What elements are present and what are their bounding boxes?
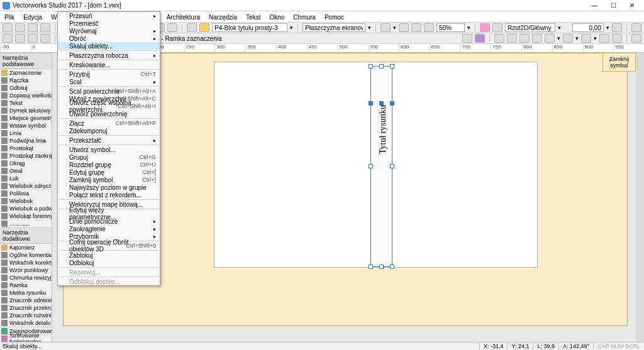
menu-item[interactable]: Utwórz część wspólną powierzchniCtrl+Shi… xyxy=(58,102,160,110)
close-symbol-badge[interactable]: Zamknij symbol xyxy=(602,53,636,72)
menu-item[interactable]: Rozdziel grupęCtrl+U xyxy=(58,161,160,168)
tool-item[interactable]: Wielobok o podwójnym xyxy=(0,205,52,212)
tool-btn[interactable] xyxy=(40,23,50,32)
menu-item[interactable]: Zamknij symbolCtrl+] xyxy=(58,176,160,183)
tool-item[interactable]: Wskaźnik detalu xyxy=(0,319,52,327)
tool-item[interactable]: Zaznaczenie xyxy=(0,69,52,77)
tool-btn[interactable] xyxy=(167,23,177,32)
tool-item[interactable]: Znacznik przekroju/widoku xyxy=(0,304,52,312)
tool-btn[interactable] xyxy=(507,34,517,43)
right-scroll-area[interactable] xyxy=(636,53,644,342)
tool-item[interactable]: Znacznik rozwinięcia ściany xyxy=(0,312,52,319)
minimize-button[interactable]: — xyxy=(585,1,604,11)
menu-plik[interactable]: Plik xyxy=(0,11,19,23)
menu-item[interactable]: Zablokuj xyxy=(58,251,160,259)
title-block-text[interactable]: Tytuł rysunku xyxy=(378,105,388,154)
tool-item[interactable]: Wielokąt foremny xyxy=(0,212,52,220)
menu-item[interactable]: Odblokuj xyxy=(58,259,160,266)
tool-item[interactable]: Linia xyxy=(0,129,52,137)
tool-btn[interactable] xyxy=(28,23,38,32)
angle-input[interactable] xyxy=(572,23,604,32)
tool-btn[interactable] xyxy=(3,23,13,32)
menu-architektura[interactable]: Architektura xyxy=(162,11,204,23)
menu-item[interactable]: PrzytnijCtrl+T xyxy=(58,70,160,78)
tool-item[interactable]: ............. xyxy=(0,220,52,227)
zoom-combo[interactable] xyxy=(436,23,465,32)
tool-btn[interactable] xyxy=(612,34,622,43)
tool-item[interactable]: Prostokąt zaokrąglony xyxy=(0,152,52,160)
menu-item[interactable]: Linie pomocnicze▸ xyxy=(58,217,160,225)
tool-btn[interactable] xyxy=(399,23,409,32)
tool-btn[interactable] xyxy=(15,23,25,32)
menu-item[interactable]: Cofnij operację Obrót obiektów 3DCtrl+Sh… xyxy=(58,242,160,249)
tool-item[interactable]: Ogólne komentarze xyxy=(0,251,52,259)
tool-btn[interactable] xyxy=(492,23,502,32)
menu-item[interactable]: Przemieść xyxy=(58,19,160,27)
menu-item[interactable]: ZłączCtrl+Shift+Alt+P xyxy=(58,119,160,127)
menu-item[interactable]: Utwórz powierzchnię xyxy=(58,110,160,118)
tool-btn[interactable] xyxy=(40,34,50,43)
menu-item[interactable]: Obróć▸ xyxy=(58,35,160,42)
tool-item[interactable]: Okrąg xyxy=(0,160,52,167)
document-combo[interactable] xyxy=(212,23,287,32)
tool-item[interactable]: Owal xyxy=(0,167,52,175)
view-name-combo[interactable] xyxy=(505,23,555,32)
menu-item[interactable]: GrupujCtrl+G xyxy=(58,153,160,161)
tool-item[interactable]: Wzór punktowy xyxy=(0,266,52,274)
tool-item[interactable]: Wskaźnik korekty xyxy=(0,259,52,266)
menu-item[interactable]: Skaluj obiekty... xyxy=(58,42,160,50)
menu-item[interactable]: Edytuj więzy parametryczne... xyxy=(58,210,160,217)
tool-btn[interactable] xyxy=(494,34,504,43)
menu-narzędzia[interactable]: Narzędzia xyxy=(204,11,242,23)
tool-btn[interactable] xyxy=(28,34,38,43)
tool-item[interactable]: Ramka xyxy=(0,282,52,289)
tool-btn[interactable] xyxy=(411,23,421,32)
menu-edycja[interactable]: Edycja xyxy=(19,11,47,23)
tool-btn[interactable] xyxy=(15,34,25,43)
tool-item[interactable]: Prostokąt xyxy=(0,145,52,152)
tool-item[interactable]: Łuk xyxy=(0,175,52,182)
tool-btn[interactable] xyxy=(380,23,391,32)
tool-btn[interactable] xyxy=(631,34,641,43)
tool-btn[interactable] xyxy=(599,34,609,43)
plane-combo[interactable] xyxy=(303,23,365,32)
menu-item[interactable]: Zaokrąglenie▸ xyxy=(58,225,160,232)
tool-item[interactable]: Dopasuj wielkość xyxy=(0,92,52,99)
tool-btn[interactable] xyxy=(462,34,472,43)
menu-chmura[interactable]: Chmura xyxy=(289,11,320,23)
tool-item[interactable]: Znacznik odniesienia xyxy=(0,297,52,304)
menu-item[interactable]: Scal▸ xyxy=(58,78,160,85)
menu-item[interactable]: Najwyższy poziom w grupie xyxy=(58,183,160,191)
tool-item[interactable]: Wielobok odręczny xyxy=(0,182,52,190)
tool-btn[interactable] xyxy=(519,34,530,43)
panel-tab[interactable]: Strefowanie funkcjonalne xyxy=(0,334,52,342)
tool-btn[interactable] xyxy=(563,34,573,43)
doc-icon[interactable] xyxy=(199,23,209,32)
tool-item[interactable]: Wielobok xyxy=(0,197,52,205)
menu-tekst[interactable]: Tekst xyxy=(242,11,265,23)
menu-item[interactable]: Przesuń▸ xyxy=(58,12,160,19)
tool-btn[interactable] xyxy=(475,34,485,43)
tool-item[interactable]: Metka rysunku xyxy=(0,289,52,297)
tool-item[interactable]: Rączka xyxy=(0,77,52,84)
close-button[interactable]: ✕ xyxy=(623,1,641,11)
tool-btn[interactable] xyxy=(424,23,434,32)
tool-item[interactable]: Kątomierz xyxy=(0,244,52,251)
maximize-button[interactable]: ☐ xyxy=(604,1,623,11)
tool-item[interactable]: Miejsce geometryczne xyxy=(0,114,52,122)
menu-item[interactable]: Przekształć▸ xyxy=(58,136,160,144)
tool-btn[interactable] xyxy=(3,34,13,43)
menu-item[interactable]: Edytuj grupęCtrl+[ xyxy=(58,168,160,176)
tool-btn[interactable] xyxy=(187,23,197,32)
tool-btn[interactable] xyxy=(532,34,542,43)
tool-item[interactable]: Chmurka rewizyjna xyxy=(0,274,52,282)
tool-item[interactable]: Dymek tekstowy xyxy=(0,107,52,114)
menu-okno[interactable]: Okno xyxy=(265,11,289,23)
menu-item[interactable]: Utwórz symbol... xyxy=(58,146,160,153)
tool-btn[interactable] xyxy=(480,23,490,32)
tool-item[interactable]: Wstaw symbol xyxy=(0,122,52,129)
menu-item[interactable]: Wyrównaj▸ xyxy=(58,27,160,35)
tool-btn[interactable] xyxy=(545,34,555,43)
tool-item[interactable]: Polilinia xyxy=(0,190,52,197)
tool-item[interactable]: Tekst xyxy=(0,99,52,107)
